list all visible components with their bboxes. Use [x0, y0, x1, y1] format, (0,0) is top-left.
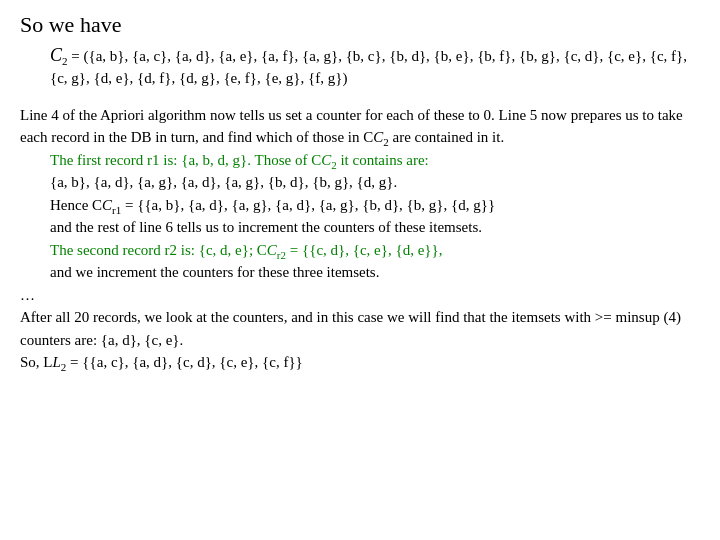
- section1-end: are contained in it.: [389, 129, 504, 145]
- cr2-sub: r2: [277, 249, 286, 261]
- c2-equals: =: [68, 48, 84, 64]
- indent1a-text: {a, b}, {a, d}, {a, g}, {a, d}, {a, g}, …: [50, 174, 397, 190]
- second-record-line: The second record r2 is: {c, d, e}; CCr2…: [50, 239, 700, 262]
- green1-c2-italic: C: [321, 152, 331, 168]
- c2-definition: C2 = ({a, b}, {a, c}, {a, d}, {a, e}, {a…: [50, 42, 700, 90]
- l2-italic: L: [53, 354, 61, 370]
- so-l2-line: So, LL2 = {{a, c}, {a, d}, {c, d}, {c, e…: [20, 351, 700, 374]
- increment-text2: and we increment the counters for these …: [50, 264, 379, 280]
- so-text: So, L: [20, 354, 53, 370]
- itemsets-line: {a, b}, {a, d}, {a, g}, {a, d}, {a, g}, …: [50, 171, 700, 194]
- hence-line: Hence CCr1 = {{a, b}, {a, d}, {a, g}, {a…: [50, 194, 700, 217]
- increment-text1: and the rest of line 6 tells us to incre…: [50, 219, 482, 235]
- green1-text: The first record r1 is: {a, b, d, g}. Th…: [50, 152, 321, 168]
- c2-ref-italic: C: [373, 129, 383, 145]
- after-text-content: After all 20 records, we look at the cou…: [20, 309, 681, 348]
- section1-text: Line 4 of the Apriori algorithm now tell…: [20, 107, 683, 146]
- so-end: = {{a, c}, {a, d}, {c, d}, {c, e}, {c, f…: [66, 354, 302, 370]
- c2-variable: C: [50, 45, 62, 65]
- green2-end: = {{c, d}, {c, e}, {d, e}},: [286, 242, 442, 258]
- green1-end: it contains are:: [337, 152, 429, 168]
- ellipsis-line: …: [20, 284, 700, 307]
- cr1-sub: r1: [112, 204, 121, 216]
- increment-line2: and we increment the counters for these …: [50, 261, 700, 284]
- cr1-italic: C: [102, 197, 112, 213]
- hence-text: Hence C: [50, 197, 102, 213]
- cr2-italic: C: [267, 242, 277, 258]
- page-title: So we have: [20, 12, 700, 38]
- green2-text: The second record r2 is: {c, d, e}; C: [50, 242, 267, 258]
- c2-content: ({a, b}, {a, c}, {a, d}, {a, e}, {a, f},…: [50, 48, 687, 86]
- increment-line1: and the rest of line 6 tells us to incre…: [50, 216, 700, 239]
- hence-end: = {{a, b}, {a, d}, {a, g}, {a, d}, {a, g…: [121, 197, 495, 213]
- main-section: Line 4 of the Apriori algorithm now tell…: [20, 104, 700, 374]
- after-text-line: After all 20 records, we look at the cou…: [20, 306, 700, 351]
- first-record-line: The first record r1 is: {a, b, d, g}. Th…: [50, 149, 700, 172]
